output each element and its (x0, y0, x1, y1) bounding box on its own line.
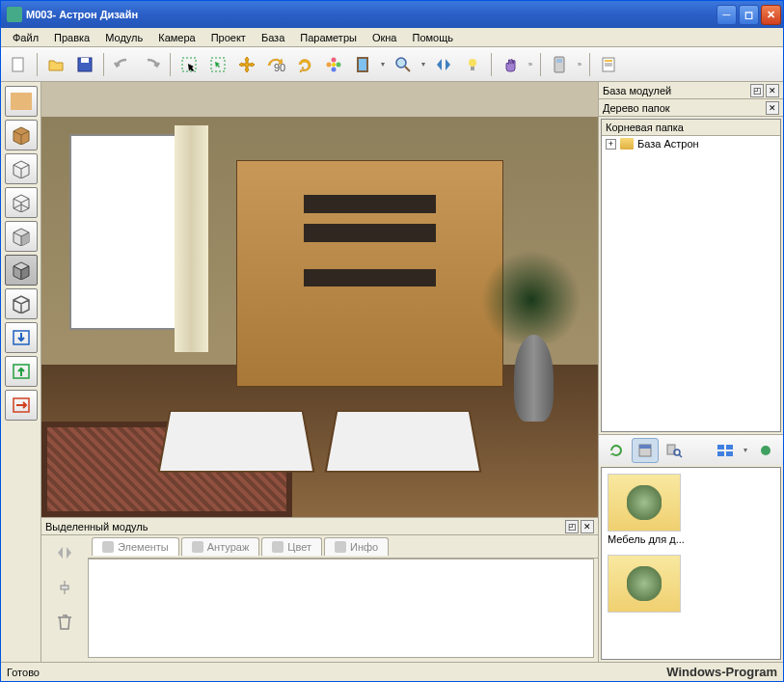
dropdown-icon[interactable]: ▾ (378, 60, 388, 68)
phone-button[interactable] (546, 51, 573, 78)
folder-tree[interactable]: Корневая папка + База Астрон (601, 119, 781, 432)
menubar: Файл Правка Модуль Камера Проект База Па… (1, 28, 783, 47)
svg-rect-22 (11, 93, 32, 110)
zoom-button[interactable] (390, 51, 417, 78)
tree-node-label: База Астрон (637, 138, 699, 150)
menu-project[interactable]: Проект (203, 30, 254, 45)
svg-point-12 (396, 58, 406, 68)
menu-module[interactable]: Модуль (97, 30, 150, 45)
edge-tool[interactable] (5, 255, 38, 286)
window-title: M003- Астрон Дизайн (26, 9, 716, 20)
svg-rect-15 (471, 67, 474, 70)
slider-icon[interactable] (53, 576, 76, 599)
tree-root-label: Корневая папка (602, 120, 780, 136)
open-button[interactable] (42, 51, 69, 78)
texture-tool[interactable] (5, 86, 38, 117)
svg-rect-0 (13, 58, 23, 71)
undo-button[interactable] (109, 51, 136, 78)
statusbar: Готово Windows-Program (1, 662, 783, 681)
tree-node[interactable]: + База Астрон (602, 136, 780, 151)
tab-color[interactable]: Цвет (261, 537, 322, 556)
status-text: Готово (7, 667, 666, 678)
view-button[interactable] (632, 438, 659, 463)
app-icon (7, 7, 22, 22)
more-icon[interactable]: » (575, 60, 584, 68)
svg-point-9 (332, 67, 337, 71)
select-button[interactable] (176, 51, 203, 78)
thumbnail-area[interactable]: Мебель для д... (601, 467, 781, 660)
star-icon (192, 541, 203, 553)
tab-entourage[interactable]: Антураж (181, 537, 260, 556)
flower-button[interactable] (320, 51, 347, 78)
tab-info[interactable]: Инфо (324, 537, 389, 556)
svg-rect-27 (61, 586, 68, 589)
thumbnail-item[interactable]: Мебель для д... (608, 474, 685, 545)
refresh-button[interactable] (603, 438, 630, 463)
panel-dock-icon[interactable]: ◰ (750, 84, 764, 97)
menu-params[interactable]: Параметры (292, 30, 365, 45)
expand-icon[interactable]: + (606, 139, 616, 150)
box-shaded-tool[interactable] (5, 221, 38, 252)
svg-point-14 (469, 59, 476, 67)
panel-close-icon[interactable]: ✕ (766, 84, 779, 97)
settings-button[interactable] (752, 438, 779, 463)
info-icon (335, 541, 346, 553)
3d-viewport[interactable] (41, 82, 598, 517)
select-add-button[interactable] (204, 51, 231, 78)
svg-rect-17 (556, 59, 562, 63)
more-icon[interactable]: » (526, 60, 535, 68)
panel-dock-icon[interactable]: ◰ (565, 520, 579, 533)
left-toolbar (1, 82, 41, 662)
leaf-icon (627, 485, 662, 520)
svg-rect-36 (726, 451, 733, 456)
new-button[interactable] (5, 51, 32, 78)
mirror-button[interactable] (349, 51, 376, 78)
search-button[interactable] (661, 438, 688, 463)
svg-rect-29 (639, 445, 651, 449)
svg-point-8 (337, 62, 341, 67)
move-button[interactable] (233, 51, 260, 78)
panel-close-icon[interactable]: ✕ (766, 101, 779, 115)
modules-panel: База модулей ◰ ✕ Дерево папок ✕ Корневая… (598, 82, 783, 662)
flip-button[interactable] (430, 51, 457, 78)
hand-button[interactable] (497, 51, 524, 78)
minimize-button[interactable]: ─ (716, 5, 737, 25)
svg-rect-11 (358, 58, 367, 71)
svg-rect-19 (605, 60, 612, 62)
box-solid-tool[interactable] (5, 120, 38, 150)
menu-file[interactable]: Файл (5, 30, 46, 45)
tree-title: Дерево папок (603, 102, 764, 114)
panel-close-icon[interactable]: ✕ (581, 520, 594, 533)
menu-camera[interactable]: Камера (150, 30, 203, 45)
menu-help[interactable]: Помощь (404, 30, 461, 45)
save-button[interactable] (71, 51, 98, 78)
dropdown-icon[interactable]: ▾ (419, 60, 428, 68)
titlebar: M003- Астрон Дизайн ─ ◻ ✕ (1, 1, 783, 28)
rotate-button[interactable] (291, 51, 318, 78)
flip-icon[interactable] (53, 541, 76, 564)
svg-rect-35 (717, 451, 724, 456)
main-toolbar: 90 ▾ ▾ » » (1, 47, 783, 82)
page-button[interactable] (595, 51, 622, 78)
menu-base[interactable]: База (254, 30, 292, 45)
dropdown-icon[interactable]: ▾ (741, 446, 750, 454)
svg-point-10 (327, 62, 332, 67)
export-tool[interactable] (5, 356, 38, 387)
thumbnail-item[interactable] (608, 555, 685, 613)
light-button[interactable] (459, 51, 486, 78)
box-wire2-tool[interactable] (5, 187, 38, 218)
close-button[interactable]: ✕ (761, 5, 781, 25)
box-wire-tool[interactable] (5, 153, 38, 184)
import-tool[interactable] (5, 322, 38, 353)
maximize-button[interactable]: ◻ (739, 5, 759, 25)
menu-windows[interactable]: Окна (365, 30, 405, 45)
trash-icon[interactable] (53, 611, 76, 634)
layout-button[interactable] (712, 438, 739, 463)
redo-button[interactable] (138, 51, 165, 78)
rotate90-button[interactable]: 90 (262, 51, 289, 78)
next-tool[interactable] (5, 390, 38, 421)
tab-elements[interactable]: Элементы (92, 537, 179, 556)
svg-line-13 (405, 67, 410, 71)
iso-tool[interactable] (5, 288, 38, 319)
menu-edit[interactable]: Правка (46, 30, 97, 45)
